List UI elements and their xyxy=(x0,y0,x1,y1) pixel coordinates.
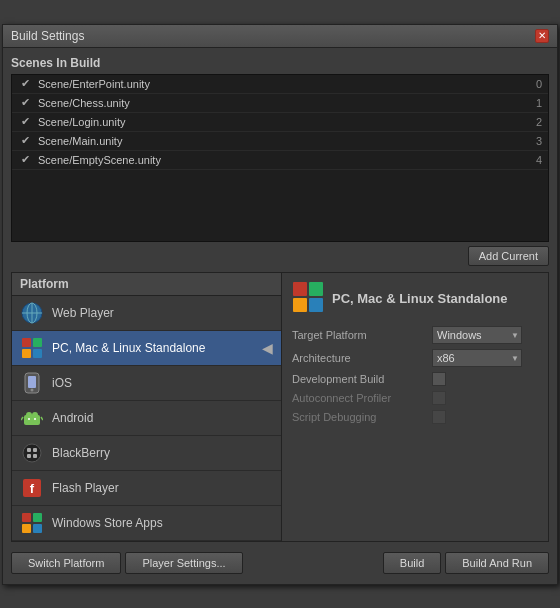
scene-checkbox-0[interactable]: ✔ xyxy=(18,77,32,91)
svg-point-13 xyxy=(32,412,38,418)
svg-line-17 xyxy=(41,417,43,420)
scene-row[interactable]: ✔ Scene/EmptyScene.unity 4 xyxy=(12,151,548,170)
svg-rect-22 xyxy=(33,454,37,458)
svg-text:f: f xyxy=(30,481,35,496)
svg-rect-18 xyxy=(23,444,41,462)
target-platform-dropdown-wrap: Windows Mac OS X Linux xyxy=(432,326,522,344)
platform-item-pc-mac-linux[interactable]: PC, Mac & Linux Standalone ◀ xyxy=(12,331,281,366)
platform-item-ios[interactable]: iOS xyxy=(12,366,281,401)
architecture-row: Architecture x86 x86_64 xyxy=(292,349,538,367)
svg-point-15 xyxy=(34,418,36,420)
platform-item-flash[interactable]: f Flash Player xyxy=(12,471,281,506)
svg-line-16 xyxy=(21,417,23,420)
platform-item-web-player[interactable]: Web Player xyxy=(12,296,281,331)
target-platform-dropdown[interactable]: Windows Mac OS X Linux xyxy=(432,326,522,344)
flash-icon: f xyxy=(20,476,44,500)
bottom-left-buttons: Switch Platform Player Settings... xyxy=(11,552,243,574)
scene-index-0: 0 xyxy=(530,78,542,90)
platform-item-label: Windows Store Apps xyxy=(52,516,163,530)
window-title: Build Settings xyxy=(11,29,84,43)
platform-item-blackberry[interactable]: BlackBerry xyxy=(12,436,281,471)
platform-item-label: BlackBerry xyxy=(52,446,110,460)
svg-rect-7 xyxy=(33,349,42,358)
platform-details-title: PC, Mac & Linux Standalone xyxy=(332,291,508,306)
architecture-label: Architecture xyxy=(292,352,432,364)
svg-rect-21 xyxy=(27,454,31,458)
script-debug-label: Script Debugging xyxy=(292,411,432,423)
scene-index-3: 3 xyxy=(530,135,542,147)
main-content: Scenes In Build ✔ Scene/EnterPoint.unity… xyxy=(3,48,557,584)
pc-mac-linux-icon xyxy=(20,336,44,360)
svg-rect-9 xyxy=(28,376,36,388)
blackberry-icon xyxy=(20,441,44,465)
player-settings-button[interactable]: Player Settings... xyxy=(125,552,242,574)
scenes-label: Scenes In Build xyxy=(11,56,549,70)
build-settings-window: Build Settings ✕ Scenes In Build ✔ Scene… xyxy=(2,24,558,585)
architecture-dropdown-wrap: x86 x86_64 xyxy=(432,349,522,367)
web-player-icon xyxy=(20,301,44,325)
dev-build-row: Development Build xyxy=(292,372,538,386)
scene-checkbox-4[interactable]: ✔ xyxy=(18,153,32,167)
platform-section: Platform Web Player xyxy=(11,272,549,542)
build-and-run-button[interactable]: Build And Run xyxy=(445,552,549,574)
scene-row[interactable]: ✔ Scene/EnterPoint.unity 0 xyxy=(12,75,548,94)
architecture-dropdown[interactable]: x86 x86_64 xyxy=(432,349,522,367)
scene-row[interactable]: ✔ Scene/Chess.unity 1 xyxy=(12,94,548,113)
svg-rect-20 xyxy=(33,448,37,452)
close-button[interactable]: ✕ xyxy=(535,29,549,43)
svg-rect-26 xyxy=(33,513,42,522)
target-platform-label: Target Platform xyxy=(292,329,432,341)
svg-rect-29 xyxy=(293,282,307,296)
svg-rect-5 xyxy=(33,338,42,347)
svg-rect-19 xyxy=(27,448,31,452)
platform-header: Platform xyxy=(12,273,281,296)
scene-index-2: 2 xyxy=(530,116,542,128)
platform-details-header: PC, Mac & Linux Standalone xyxy=(292,281,538,316)
bottom-right-buttons: Build Build And Run xyxy=(383,552,549,574)
svg-rect-28 xyxy=(33,524,42,533)
svg-rect-6 xyxy=(22,349,31,358)
platform-item-label: Flash Player xyxy=(52,481,119,495)
svg-point-12 xyxy=(26,412,32,418)
script-debug-row: Script Debugging xyxy=(292,410,538,424)
selected-indicator: ◀ xyxy=(262,340,273,356)
scene-checkbox-1[interactable]: ✔ xyxy=(18,96,32,110)
platform-item-label: iOS xyxy=(52,376,72,390)
target-platform-row: Target Platform Windows Mac OS X Linux xyxy=(292,326,538,344)
scene-checkbox-2[interactable]: ✔ xyxy=(18,115,32,129)
svg-rect-25 xyxy=(22,513,31,522)
platform-details: PC, Mac & Linux Standalone Target Platfo… xyxy=(282,273,548,541)
switch-platform-button[interactable]: Switch Platform xyxy=(11,552,121,574)
scene-name-3: Scene/Main.unity xyxy=(38,135,530,147)
scene-row[interactable]: ✔ Scene/Main.unity 3 xyxy=(12,132,548,151)
scene-checkbox-3[interactable]: ✔ xyxy=(18,134,32,148)
svg-rect-11 xyxy=(24,415,40,425)
windows-store-icon xyxy=(20,511,44,535)
platform-item-label: Android xyxy=(52,411,93,425)
dev-build-checkbox[interactable] xyxy=(432,372,446,386)
scene-row[interactable]: ✔ Scene/Login.unity 2 xyxy=(12,113,548,132)
bottom-bar: Switch Platform Player Settings... Build… xyxy=(11,548,549,576)
add-current-button[interactable]: Add Current xyxy=(468,246,549,266)
build-button[interactable]: Build xyxy=(383,552,441,574)
autoconnect-label: Autoconnect Profiler xyxy=(292,392,432,404)
scene-name-2: Scene/Login.unity xyxy=(38,116,530,128)
scene-name-1: Scene/Chess.unity xyxy=(38,97,530,109)
svg-rect-30 xyxy=(309,282,323,296)
platform-item-windows-store[interactable]: Windows Store Apps xyxy=(12,506,281,541)
autoconnect-row: Autoconnect Profiler xyxy=(292,391,538,405)
platform-item-android[interactable]: Android xyxy=(12,401,281,436)
scene-name-0: Scene/EnterPoint.unity xyxy=(38,78,530,90)
ios-icon xyxy=(20,371,44,395)
svg-rect-32 xyxy=(309,298,323,312)
platform-details-icon xyxy=(292,281,324,316)
scene-name-4: Scene/EmptyScene.unity xyxy=(38,154,530,166)
scene-index-4: 4 xyxy=(530,154,542,166)
svg-rect-31 xyxy=(293,298,307,312)
svg-point-14 xyxy=(28,418,30,420)
svg-rect-4 xyxy=(22,338,31,347)
platform-item-label: Web Player xyxy=(52,306,114,320)
android-icon xyxy=(20,406,44,430)
scene-index-1: 1 xyxy=(530,97,542,109)
svg-rect-27 xyxy=(22,524,31,533)
